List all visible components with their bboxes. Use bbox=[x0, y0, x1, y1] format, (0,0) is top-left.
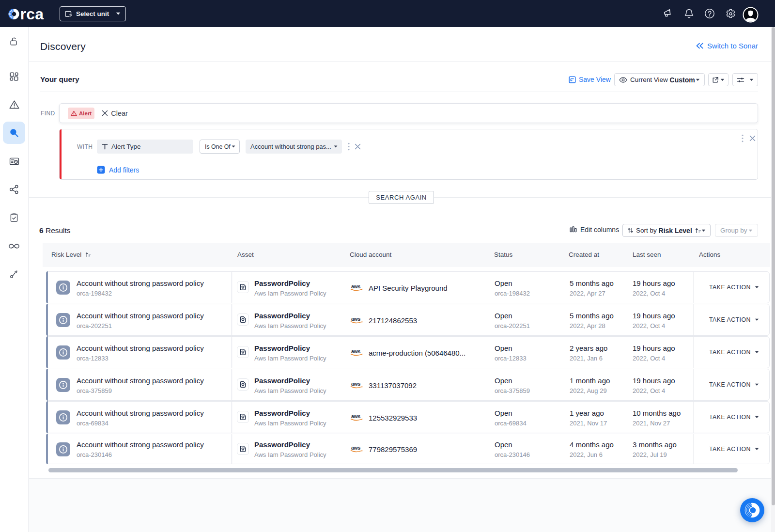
svg-text:aws: aws bbox=[351, 348, 360, 354]
svg-text:aws: aws bbox=[351, 445, 360, 451]
svg-text:aws: aws bbox=[351, 316, 360, 322]
svg-text:aws: aws bbox=[351, 381, 360, 387]
svg-text:rca: rca bbox=[20, 8, 44, 20]
svg-text:aws: aws bbox=[351, 413, 360, 419]
svg-text:aws: aws bbox=[351, 283, 360, 289]
